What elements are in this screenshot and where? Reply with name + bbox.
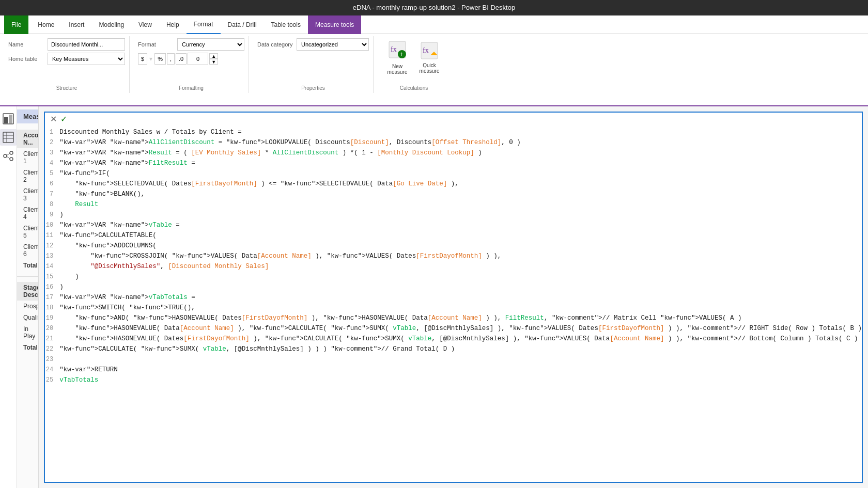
code-editor[interactable]: 1Discounted Monthly Sales w / Totals by …: [45, 125, 862, 482]
line-number: 11: [45, 230, 59, 241]
sidebar-item-qualified[interactable]: Qualified: [17, 312, 38, 323]
line-content: "kw-func">CALCULATETABLE(: [59, 230, 157, 241]
code-line: 14 "@DiscMnthlySales", [Discounted Month…: [45, 261, 862, 272]
sidebar-item-account-total[interactable]: Total: [17, 260, 38, 271]
line-number: 22: [45, 344, 59, 354]
ribbon-content: Name Home table Key Measures Structure F…: [0, 34, 868, 106]
tab-help[interactable]: Help: [159, 15, 187, 34]
sidebar-item-client2[interactable]: Client 2: [17, 167, 38, 185]
line-number: 25: [45, 375, 59, 385]
sidebar-item-client3[interactable]: Client 3: [17, 185, 38, 204]
line-content: "kw-func">HASONEVALUE( Dates[FirstDayofM…: [59, 334, 858, 344]
line-content: ): [59, 282, 64, 292]
format-select[interactable]: Currency Decimal number Whole number Per…: [177, 38, 244, 51]
quick-measure-button[interactable]: fx Quickmeasure: [414, 39, 445, 76]
line-content: "kw-func">CALCULATE( "kw-func">SUMX( vTa…: [59, 344, 455, 354]
code-line: 22"kw-func">CALCULATE( "kw-func">SUMX( v…: [45, 344, 862, 354]
line-content: "kw-func">CROSSJOIN( "kw-func">VALUES( D…: [59, 251, 501, 261]
formula-confirm-button[interactable]: ✓: [58, 114, 69, 124]
code-line: 10"kw-var">VAR "kw-name">vTable =: [45, 220, 862, 230]
sidebar-item-client1[interactable]: Client 1: [17, 148, 38, 167]
sidebar-item-client4[interactable]: Client 4: [17, 204, 38, 223]
stage-title: Stage Desc...: [17, 282, 38, 301]
line-number: 7: [45, 189, 59, 199]
code-line: 8 Result: [45, 199, 862, 210]
svg-text:fx: fx: [391, 45, 397, 53]
structure-label: Structure: [8, 83, 125, 91]
tab-format[interactable]: Format: [187, 15, 221, 34]
code-line: 6 "kw-func">SELECTEDVALUE( Dates[FirstDa…: [45, 179, 862, 189]
line-content: ): [59, 210, 64, 220]
sidebar-item-client6[interactable]: Client 6: [17, 241, 38, 260]
sidebar: Measures Account N... Client 1 Client 2 …: [17, 106, 39, 488]
calculations-label: Calculations: [382, 83, 446, 91]
data-view-icon[interactable]: [0, 129, 17, 146]
tab-insert[interactable]: Insert: [61, 15, 91, 34]
code-line: 12 "kw-func">ADDCOLUMNS(: [45, 241, 862, 251]
tab-home[interactable]: Home: [30, 15, 61, 34]
line-content: "kw-func">AND( "kw-func">HASONEVALUE( Da…: [59, 313, 741, 323]
currency-symbol-btn[interactable]: $: [138, 53, 147, 65]
svg-point-14: [4, 154, 7, 158]
svg-text:fx: fx: [423, 46, 429, 54]
report-view-icon[interactable]: [0, 111, 17, 127]
tab-view[interactable]: View: [131, 15, 159, 34]
line-number: 14: [45, 261, 59, 272]
line-content: "kw-var">VAR "kw-name">FiltResult =: [59, 158, 195, 168]
formula-close-button[interactable]: ✕: [48, 114, 58, 124]
code-line: 13 "kw-func">CROSSJOIN( "kw-func">VALUES…: [45, 251, 862, 261]
quick-measure-icon: fx: [420, 41, 439, 61]
tab-table-tools[interactable]: Table tools: [264, 15, 308, 34]
sidebar-item-prospect[interactable]: Prospect: [17, 301, 38, 312]
tab-measure-tools[interactable]: Measure tools: [308, 15, 361, 34]
ribbon-tabs: File Home Insert Modeling View Help Form…: [0, 15, 868, 34]
code-line: 9): [45, 210, 862, 220]
decimal-up-btn[interactable]: ▲: [209, 53, 218, 59]
title-bar: eDNA - monthly ramp-up solution2 - Power…: [0, 0, 868, 15]
name-input[interactable]: [48, 38, 125, 51]
line-number: 5: [45, 168, 59, 179]
account-section: Account N... Client 1 Client 2 Client 3 …: [17, 127, 38, 274]
model-view-icon[interactable]: [0, 148, 17, 164]
home-table-select[interactable]: Key Measures: [48, 53, 125, 65]
main-layout: Measures Account N... Client 1 Client 2 …: [0, 106, 868, 488]
formula-header: ✕ ✓: [45, 113, 862, 125]
line-number: 3: [45, 148, 59, 158]
line-number: 9: [45, 210, 59, 220]
data-category-select[interactable]: Uncategorized Web URL Image URL: [297, 38, 369, 51]
line-number: 13: [45, 251, 59, 261]
line-content: "kw-var">VAR "kw-name">vTabTotals =: [59, 292, 195, 303]
sidebar-item-inplay[interactable]: In Play: [17, 323, 38, 342]
decimal-btn[interactable]: .0: [176, 53, 187, 65]
percent-btn[interactable]: %: [154, 53, 166, 65]
code-line: 5"kw-func">IF(: [45, 168, 862, 179]
line-number: 4: [45, 158, 59, 168]
line-number: 16: [45, 282, 59, 292]
line-content: "kw-var">VAR "kw-name">Result = ( [EV Mo…: [59, 148, 482, 158]
line-number: 18: [45, 303, 59, 313]
sidebar-item-client5[interactable]: Client 5: [17, 223, 38, 241]
decimal-places-input[interactable]: [188, 53, 208, 65]
formula-box: ✕ ✓ 1Discounted Monthly Sales w / Totals…: [44, 112, 863, 483]
decimal-down-btn[interactable]: ▼: [209, 59, 218, 65]
code-line: 7 "kw-func">BLANK(),: [45, 189, 862, 199]
format-symbol-group: $ ▾ % , .0 ▲ ▼: [138, 53, 218, 65]
ribbon-group-properties: Data category Uncategorized Web URL Imag…: [253, 36, 374, 93]
code-line: 25vTabTotals: [45, 375, 862, 385]
line-number: 10: [45, 220, 59, 230]
title-text: eDNA - monthly ramp-up solution2 - Power…: [353, 4, 515, 11]
formatting-label: Formatting: [138, 83, 244, 91]
new-measure-button[interactable]: fx + Newmeasure: [382, 38, 413, 77]
code-line: 23: [45, 354, 862, 365]
tab-modeling[interactable]: Modeling: [91, 15, 131, 34]
sidebar-item-stage-total[interactable]: Total: [17, 342, 38, 353]
code-line: 18"kw-func">SWITCH( "kw-func">TRUE(),: [45, 303, 862, 313]
code-line: 19 "kw-func">AND( "kw-func">HASONEVALUE(…: [45, 313, 862, 323]
comma-btn[interactable]: ,: [167, 53, 175, 65]
tab-data-drill[interactable]: Data / Drill: [221, 15, 264, 34]
line-number: 19: [45, 313, 59, 323]
line-number: 24: [45, 365, 59, 375]
tab-file[interactable]: File: [4, 15, 28, 34]
quick-measure-label: Quickmeasure: [420, 62, 440, 74]
line-number: 12: [45, 241, 59, 251]
